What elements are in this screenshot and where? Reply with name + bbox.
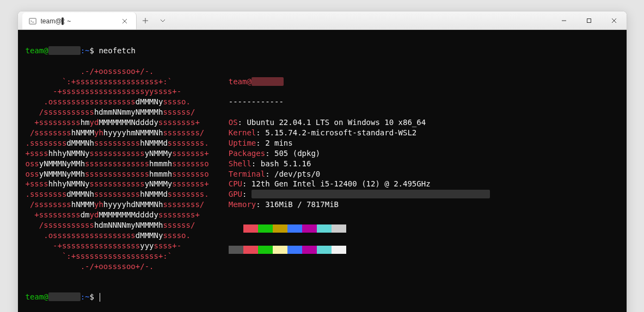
terminal-icon	[29, 17, 36, 25]
svg-rect-0	[29, 18, 35, 24]
prompt-host-redacted	[48, 46, 81, 55]
neofetch-output: .-/+oossssoo+/-. `:+ssssssssssssssssss+:…	[26, 66, 619, 272]
info-line-kernel: Kernel: 5.15.74.2-microsoft-standard-WSL…	[229, 128, 490, 138]
terminal-window: team@ : ~ team@ :~$ neofetch	[17, 11, 627, 312]
tab-title: team@ : ~	[41, 17, 115, 25]
titlebar-drag-area[interactable]	[171, 11, 551, 29]
info-line-gpu: GPU:	[229, 189, 490, 199]
terminal-body[interactable]: team@ :~$ neofetch .-/+oossssoo+/-. `:+s…	[18, 30, 627, 312]
prompt-line-1: team@ :~$ neofetch	[26, 46, 619, 56]
cursor	[100, 293, 100, 302]
info-line-memory: Memory: 316MiB / 7817MiB	[229, 199, 490, 210]
info-line-packages: Packages: 505 (dpkg)	[229, 148, 490, 159]
info-header: team@	[229, 77, 490, 87]
info-line-shell: Shell: bash 5.1.16	[229, 159, 490, 169]
titlebar: team@ : ~	[18, 11, 627, 30]
window-controls	[551, 11, 627, 29]
prompt-line-2: team@ :~$	[26, 282, 619, 302]
info-line-os: OS: Ubuntu 22.04.1 LTS on Windows 10 x86…	[229, 117, 490, 128]
info-line-terminal: Terminal: /dev/pts/0	[229, 169, 490, 179]
new-tab-button[interactable]	[137, 11, 154, 29]
tab-dropdown-button[interactable]	[154, 11, 171, 29]
tab-close-button[interactable]	[120, 16, 130, 26]
color-palette-row-1	[229, 224, 490, 235]
info-line-cpu: CPU: 12th Gen Intel i5-12400 (12) @ 2.49…	[229, 179, 490, 189]
svg-rect-7	[587, 19, 591, 23]
terminal-tab[interactable]: team@ : ~	[22, 13, 137, 29]
color-palette-row-2	[229, 246, 490, 257]
info-line-uptime: Uptime: 2 mins	[229, 138, 490, 148]
ascii-logo: .-/+oossssoo+/-. `:+ssssssssssssssssss+:…	[26, 66, 209, 272]
prompt2-host-redacted	[48, 292, 81, 301]
minimize-button[interactable]	[551, 11, 576, 30]
close-button[interactable]	[602, 11, 627, 30]
command-text: neofetch	[99, 46, 135, 55]
info-separator: ------------	[229, 97, 490, 107]
system-info: team@ ------------ OS: Ubuntu 22.04.1 LT…	[229, 66, 490, 272]
maximize-button[interactable]	[576, 11, 602, 30]
info-host-redacted	[252, 77, 284, 86]
